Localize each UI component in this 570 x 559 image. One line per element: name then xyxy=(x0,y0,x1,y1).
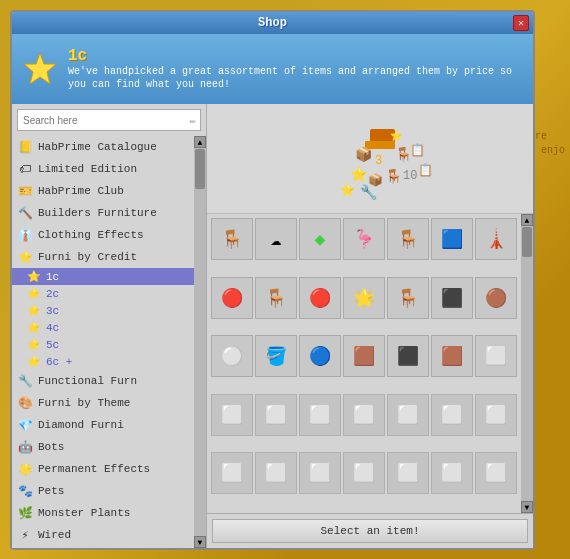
nav-scroll-down-button[interactable]: ▼ xyxy=(194,536,206,548)
search-icon: ✏ xyxy=(189,114,196,127)
header-text: 1c We've handpicked a great assortment o… xyxy=(68,47,523,91)
search-container: ✏ xyxy=(12,104,206,136)
grid-item[interactable]: 🪑 xyxy=(387,277,429,319)
nav-label-diamond: Diamond Furni xyxy=(38,419,124,431)
sub-star-6c: ⭐ xyxy=(27,355,41,368)
functional-icon: 🔧 xyxy=(17,373,33,389)
grid-item[interactable]: 🔴 xyxy=(211,277,253,319)
grid-item[interactable]: ⬜ xyxy=(475,452,517,494)
nav-item-wired[interactable]: ⚡ Wired xyxy=(12,524,194,546)
grid-item[interactable]: ⬜ xyxy=(387,394,429,436)
grid-item[interactable]: ⬜ xyxy=(255,394,297,436)
nav-scroll-up-button[interactable]: ▲ xyxy=(194,136,206,148)
grid-item[interactable]: ⬜ xyxy=(211,394,253,436)
nav-item-builders[interactable]: 🔨 Builders Furniture xyxy=(12,202,194,224)
sub-nav-3c[interactable]: ⭐ 3c xyxy=(12,302,194,319)
items-area: 🪑 ☁ ◆ 🦩 🪑 🟦 🗼 🔴 🪑 🔴 🌟 🪑 ⬛ 🟤 xyxy=(207,214,533,513)
club-icon: 🎫 xyxy=(17,183,33,199)
sub-nav-6c[interactable]: ⭐ 6c + xyxy=(12,353,194,370)
grid-item[interactable]: ⬜ xyxy=(431,394,473,436)
nav-item-plants[interactable]: 🌿 Monster Plants xyxy=(12,502,194,524)
grid-item[interactable]: 🪑 xyxy=(387,218,429,260)
svg-text:3: 3 xyxy=(375,154,382,168)
grid-item[interactable]: ⬜ xyxy=(475,394,517,436)
clothing-icon: 👔 xyxy=(17,227,33,243)
grid-item[interactable]: 🪣 xyxy=(255,335,297,377)
items-scroll-thumb xyxy=(522,227,532,257)
sub-nav-1c[interactable]: ⭐ 1c xyxy=(12,268,194,285)
svg-text:⭐: ⭐ xyxy=(340,182,355,198)
svg-text:⭐: ⭐ xyxy=(350,166,368,183)
grid-item[interactable]: ⬜ xyxy=(431,452,473,494)
nav-item-theme[interactable]: 🎨 Furni by Theme xyxy=(12,392,194,414)
grid-item[interactable]: ⬜ xyxy=(343,452,385,494)
grid-item[interactable]: ⬜ xyxy=(387,452,429,494)
close-button[interactable]: ✕ xyxy=(513,15,529,31)
grid-item[interactable]: 🦩 xyxy=(343,218,385,260)
nav-item-diamond[interactable]: 💎 Diamond Furni xyxy=(12,414,194,436)
nav-label-functional: Functional Furn xyxy=(38,375,137,387)
items-grid: 🪑 ☁ ◆ 🦩 🪑 🟦 🗼 🔴 🪑 🔴 🌟 🪑 ⬛ 🟤 xyxy=(207,214,533,513)
nav-label-wired: Wired xyxy=(38,529,71,541)
nav-label-builders: Builders Furniture xyxy=(38,207,157,219)
shop-window: Shop ✕ 1c We've handpicked a great assor… xyxy=(10,10,535,550)
grid-item[interactable]: ⚪ xyxy=(211,335,253,377)
header-price: 1c xyxy=(68,47,523,65)
grid-item[interactable]: ⬜ xyxy=(343,394,385,436)
grid-item[interactable]: 🟫 xyxy=(343,335,385,377)
nav-item-clothing[interactable]: 👔 Clothing Effects xyxy=(12,224,194,246)
catalogue-icon: 📒 xyxy=(17,139,33,155)
grid-item[interactable]: 🗼 xyxy=(475,218,517,260)
nav-item-catalogue[interactable]: 📒 HabPrime Catalogue xyxy=(12,136,194,158)
nav-scroll-track xyxy=(194,148,206,536)
nav-label-catalogue: HabPrime Catalogue xyxy=(38,141,157,153)
header-star-icon xyxy=(22,51,58,87)
nav-list: 📒 HabPrime Catalogue 🏷 Limited Edition 🎫… xyxy=(12,136,194,548)
grid-item[interactable]: ⬜ xyxy=(211,452,253,494)
sub-nav-4c[interactable]: ⭐ 4c xyxy=(12,319,194,336)
grid-item[interactable]: 🔴 xyxy=(299,277,341,319)
nav-item-furni-credit[interactable]: ⭐ Furni by Credit xyxy=(12,246,194,268)
grid-item[interactable]: 🟤 xyxy=(475,277,517,319)
nav-item-pets[interactable]: 🐾 Pets xyxy=(12,480,194,502)
header-area: 1c We've handpicked a great assortment o… xyxy=(12,34,533,104)
grid-item[interactable]: ⬜ xyxy=(475,335,517,377)
preview-illustration: ⭐ 📦 3 🪑 📋 ⭐ 📦 🪑 10 📋 ⭐ 🔧 xyxy=(300,109,440,209)
sub-star-3c: ⭐ xyxy=(27,304,41,317)
grid-item[interactable]: 🪑 xyxy=(255,277,297,319)
permanent-icon: 🌟 xyxy=(17,461,33,477)
grid-item[interactable]: ⬜ xyxy=(255,452,297,494)
builders-icon: 🔨 xyxy=(17,205,33,221)
grid-item[interactable]: ☁ xyxy=(255,218,297,260)
grid-item[interactable]: ⬛ xyxy=(387,335,429,377)
grid-item[interactable]: ⬛ xyxy=(431,277,473,319)
nav-item-functional[interactable]: 🔧 Functional Furn xyxy=(12,370,194,392)
sub-nav-5c[interactable]: ⭐ 5c xyxy=(12,336,194,353)
sub-label-5c: 5c xyxy=(46,339,59,351)
grid-item[interactable]: 🪑 xyxy=(211,218,253,260)
nav-item-limited[interactable]: 🏷 Limited Edition xyxy=(12,158,194,180)
items-scroll-down-button[interactable]: ▼ xyxy=(521,501,533,513)
sub-nav-2c[interactable]: ⭐ 2c xyxy=(12,285,194,302)
nav-item-club[interactable]: 🎫 HabPrime Club xyxy=(12,180,194,202)
sub-star-4c: ⭐ xyxy=(27,321,41,334)
select-btn-area: Select an item! xyxy=(207,513,533,548)
grid-item[interactable]: ⬜ xyxy=(299,394,341,436)
select-item-button[interactable]: Select an item! xyxy=(212,519,528,543)
nav-scrollbar: ▲ ▼ xyxy=(194,136,206,548)
nav-item-bots[interactable]: 🤖 Bots xyxy=(12,436,194,458)
grid-item[interactable]: ◆ xyxy=(299,218,341,260)
nav-item-permanent[interactable]: 🌟 Permanent Effects xyxy=(12,458,194,480)
grid-item[interactable]: 🟫 xyxy=(431,335,473,377)
grid-item[interactable]: 🟦 xyxy=(431,218,473,260)
grid-item[interactable]: 🌟 xyxy=(343,277,385,319)
limited-icon: 🏷 xyxy=(17,161,33,177)
sub-label-2c: 2c xyxy=(46,288,59,300)
svg-text:⭐: ⭐ xyxy=(390,129,403,142)
grid-item[interactable]: 🔵 xyxy=(299,335,341,377)
nav-label-furni-credit: Furni by Credit xyxy=(38,251,137,263)
svg-marker-0 xyxy=(24,53,56,84)
search-input[interactable] xyxy=(17,109,201,131)
items-scroll-up-button[interactable]: ▲ xyxy=(521,214,533,226)
grid-item[interactable]: ⬜ xyxy=(299,452,341,494)
